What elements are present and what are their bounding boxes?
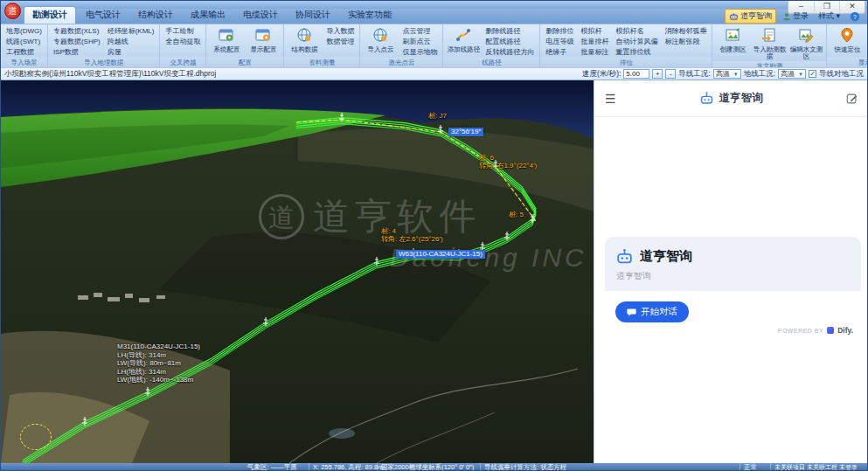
- ribbon-button-删除线路径[interactable]: 删除线路径: [483, 26, 537, 37]
- ribbon-button-导入点云[interactable]: 导入点云: [363, 26, 398, 53]
- ribbon-group-content: 创建测区导入勘测数据编辑水文测区: [712, 24, 826, 61]
- span-info-line: LH(地线): 314m: [117, 368, 200, 377]
- speed-increase-button[interactable]: +: [652, 69, 663, 79]
- ribbon-button-线路(SWT)[interactable]: 线路(SWT): [3, 37, 45, 47]
- assistant-card-body: 开始对话: [605, 291, 861, 347]
- ribbon-group-label: 配置: [206, 58, 283, 67]
- ribbon-group-显示: 快速定位绘图相关其他 ▾显示: [827, 24, 867, 67]
- ribbon-button-跨越线[interactable]: 跨越线: [105, 37, 157, 47]
- ribbon-button-点云管理[interactable]: 点云管理: [399, 26, 440, 37]
- ribbon-group-导入场景: 地形(DWG)线路(SWT)工程数据导入场景: [1, 24, 48, 67]
- ribbon-button-经纬坐标(KML)[interactable]: 经纬坐标(KML): [105, 26, 157, 37]
- assistant-card-title-text: 道亨智询: [640, 248, 692, 265]
- ribbon-button-刷新点云[interactable]: 刷新点云: [399, 37, 440, 47]
- ribbon-column: 绘图相关其他 ▾: [866, 26, 867, 47]
- quick-help-icon[interactable]: ?: [846, 10, 864, 23]
- ribbon-button-删除排位[interactable]: 删除排位: [543, 26, 576, 37]
- start-chat-button[interactable]: 开始对话: [615, 301, 689, 322]
- ribbon-button-批量排杆[interactable]: 批量排杆: [578, 37, 611, 47]
- ribbon-button-反转线路径方向[interactable]: 反转线路径方向: [483, 47, 537, 58]
- quick-道亨智询[interactable]: 道亨智询: [725, 9, 776, 24]
- ribbon-button-工程数据[interactable]: 工程数据: [3, 47, 45, 58]
- ribbon-group-content: 系统配置显示配置: [206, 24, 283, 58]
- new-chat-icon[interactable]: [846, 93, 858, 105]
- ribbon-group-排位: 删除排位电压等级绝缘子模拟杆批量排杆批量标注模拟杆名自动计算风偏重置排位线消除相…: [540, 24, 712, 67]
- ribbon-group-水文勘测: 创建测区导入勘测数据编辑水文测区水文勘测: [712, 24, 827, 67]
- ribbon-button-重置排位线[interactable]: 重置排位线: [613, 47, 660, 58]
- ribbon-column: 模拟杆批量排杆批量标注: [578, 26, 611, 58]
- ribbon-button-显示配置[interactable]: 显示配置: [246, 26, 281, 53]
- ground-condition-select[interactable]: 高温 ▼: [778, 69, 806, 79]
- ribbon-button-房屋[interactable]: 房屋: [105, 47, 157, 58]
- stake-label: 桩: 6转角: 右1.9°(22°4′): [479, 154, 537, 170]
- stake-label-line: 桩: J7: [428, 112, 447, 120]
- tab-勘测设计[interactable]: 勘测设计: [24, 6, 76, 24]
- robot-icon: [615, 247, 634, 266]
- ribbon-group-content: 专题数据(XLS)专题数据(SHP)ISP数据经纬坐标(KML)跨越线房屋: [48, 24, 160, 58]
- tab-结构设计[interactable]: 结构设计: [130, 7, 181, 24]
- ribbon-button-专题数据(SHP)[interactable]: 专题数据(SHP): [51, 37, 103, 47]
- selected-label[interactable]: 32°56′19″: [448, 128, 483, 136]
- ribbon-button-导入勘测数据[interactable]: 导入勘测数据: [752, 26, 787, 61]
- ribbon-button-绘图相关[interactable]: 绘图相关: [866, 26, 867, 37]
- clearance-checkbox[interactable]: ✓: [809, 70, 816, 78]
- ribbon-button-快速定位[interactable]: 快速定位: [830, 26, 865, 53]
- ribbon-button-绝缘子[interactable]: 绝缘子: [543, 47, 576, 58]
- tab-电气设计[interactable]: 电气设计: [78, 7, 128, 24]
- span-info-line: LH(导线): 314m: [117, 351, 200, 360]
- selected-label[interactable]: W63(110-CA324U-JC1-15): [396, 250, 485, 259]
- ribbon-button-仅显示地物[interactable]: 仅显示地物: [399, 47, 440, 58]
- stake-label: 桩: 5: [509, 211, 524, 218]
- quick-access-toolbar: 道亨智询登录样式 ▾?: [725, 10, 864, 23]
- dify-brand: Dify.: [837, 326, 853, 335]
- ribbon-button-自动计算风偏[interactable]: 自动计算风偏: [613, 37, 660, 47]
- speed-input[interactable]: 5.00: [623, 69, 649, 79]
- quick-label: 登录: [793, 10, 809, 22]
- ribbon-button-导入数据[interactable]: 导入数据: [323, 26, 357, 37]
- ribbon-button-编辑水文测区[interactable]: 编辑水文测区: [788, 26, 823, 61]
- ribbon-button-配置线路径[interactable]: 配置线路径: [483, 37, 537, 47]
- quick-样式 ▾[interactable]: 样式 ▾: [815, 10, 844, 23]
- ribbon-group-content: 结构数据导入数据数据管理: [284, 24, 359, 58]
- chat-panel-header: ☰ 道亨智询: [594, 80, 868, 117]
- tab-成果输出[interactable]: 成果输出: [183, 7, 233, 24]
- speed-decrease-button[interactable]: -: [665, 69, 676, 79]
- imgdoc-icon: [761, 27, 777, 46]
- ribbon-button-全自动提取[interactable]: 全自动提取: [163, 37, 203, 47]
- app-logo-icon[interactable]: 道: [4, 3, 21, 19]
- ribbon-button-标注耐张段[interactable]: 标注耐张段: [662, 37, 709, 47]
- ribbon-button-专题数据(XLS)[interactable]: 专题数据(XLS): [51, 26, 103, 37]
- powered-by: POWERED BY Dify.: [778, 326, 853, 335]
- ribbon-button-模拟杆名[interactable]: 模拟杆名: [613, 26, 660, 37]
- conductor-condition-select[interactable]: 高温 ▼: [713, 69, 741, 79]
- quick-登录[interactable]: 登录: [779, 10, 812, 23]
- stake-label: 桩: 4转角: 左2.6°(25°26′): [381, 227, 443, 243]
- ribbon-button-结构数据[interactable]: 结构数据: [287, 26, 322, 53]
- globe-icon: [372, 27, 388, 46]
- ribbon-column: 点云管理刷新点云仅显示地物: [399, 26, 440, 58]
- status-segment: X: 255.786, 高程: 89.8m: [309, 463, 386, 471]
- ribbon-button-其他 ▾[interactable]: 其他 ▾: [866, 37, 867, 47]
- ribbon-button-数据管理[interactable]: 数据管理: [323, 37, 357, 47]
- tab-协同设计[interactable]: 协同设计: [288, 7, 338, 24]
- tab-电缆设计[interactable]: 电缆设计: [235, 7, 286, 24]
- stake-label-line: 桩: 5: [509, 211, 524, 218]
- ribbon-group-content: 地形(DWG)线路(SWT)工程数据: [1, 24, 47, 58]
- ribbon-button-批量标注[interactable]: 批量标注: [578, 47, 611, 58]
- ribbon-group-content: 手工绘制全自动提取: [160, 24, 205, 58]
- map-viewport-3d[interactable]: 道道亨软件 Daoheng INC 桩: J7桩: 6转角: 右1.9°(22°…: [1, 80, 594, 463]
- ribbon-button-系统配置[interactable]: 系统配置: [209, 26, 244, 53]
- tab-实验室功能[interactable]: 实验室功能: [340, 7, 399, 24]
- dify-logo-icon: [827, 327, 834, 334]
- ribbon-button-地形(DWG)[interactable]: 地形(DWG): [3, 26, 45, 37]
- ribbon-button-添加线路径[interactable]: 添加线路径: [446, 26, 481, 53]
- ribbon-button-电压等级[interactable]: 电压等级: [543, 37, 576, 47]
- ribbon-button-消除相邻弧垂[interactable]: 消除相邻弧垂: [662, 26, 709, 37]
- ribbon-group-label: 导入地理数据: [48, 58, 160, 67]
- ribbon-button-创建测区[interactable]: 创建测区: [715, 26, 750, 53]
- ribbon-button-模拟杆[interactable]: 模拟杆: [578, 26, 611, 37]
- window-display-icon: [255, 27, 271, 46]
- ribbon-button-手工绘制[interactable]: 手工绘制: [163, 26, 203, 37]
- ribbon-button-ISP数据[interactable]: ISP数据: [51, 47, 103, 58]
- menu-icon[interactable]: ☰: [605, 92, 616, 106]
